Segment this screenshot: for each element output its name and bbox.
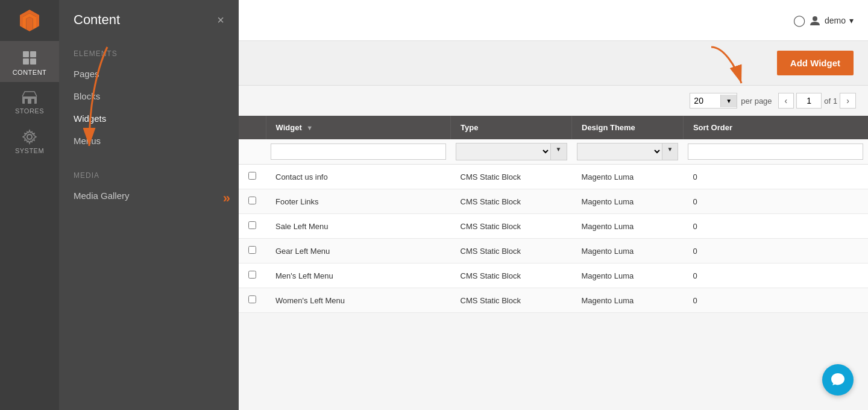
- row-checkbox[interactable]: [248, 271, 256, 279]
- row-checkbox[interactable]: [248, 295, 256, 303]
- th-sort-order[interactable]: Sort Order: [683, 116, 868, 139]
- flyout-panel: Content × Elements Pages Blocks Widgets …: [59, 0, 239, 410]
- table-row[interactable]: Women's Left Menu CMS Static Block Magen…: [239, 288, 868, 313]
- cell-checkbox: [239, 288, 266, 313]
- filter-cell-theme: ▼: [572, 139, 684, 165]
- svg-rect-4: [30, 51, 36, 57]
- per-page-label: per page: [741, 96, 772, 106]
- cell-widget: Footer Links: [266, 189, 451, 214]
- cell-checkbox: [239, 165, 266, 189]
- table-row[interactable]: Gear Left Menu CMS Static Block Magento …: [239, 239, 868, 263]
- cell-widget: Gear Left Menu: [266, 239, 451, 263]
- filter-theme-select[interactable]: [577, 144, 662, 160]
- cell-checkbox: [239, 214, 266, 239]
- sidebar-item-system[interactable]: SYSTEM: [0, 121, 59, 160]
- svg-rect-8: [25, 99, 28, 104]
- chat-bubble-button[interactable]: [822, 364, 854, 396]
- cell-sort-order: 0: [683, 239, 868, 263]
- table-row[interactable]: Footer Links CMS Static Block Magento Lu…: [239, 189, 868, 214]
- cell-type: CMS Static Block: [451, 288, 572, 313]
- sidebar-item-content[interactable]: CONTENT: [0, 41, 59, 82]
- filter-cell-sort-order: [683, 139, 868, 165]
- cell-type: CMS Static Block: [451, 239, 572, 263]
- flyout-item-blocks[interactable]: Blocks: [59, 85, 239, 107]
- th-widget[interactable]: Widget ▼: [266, 116, 451, 139]
- cell-widget: Sale Left Menu: [266, 214, 451, 239]
- svg-rect-5: [23, 58, 29, 65]
- sort-icon: ▼: [306, 124, 313, 131]
- th-design-theme[interactable]: Design Theme: [572, 116, 684, 139]
- grid-controls: 20 50 100 ▼ per page ‹ of 1 ›: [239, 86, 868, 116]
- flyout-item-pages[interactable]: Pages: [59, 63, 239, 85]
- cell-checkbox: [239, 263, 266, 288]
- flyout-item-widgets[interactable]: Widgets: [59, 107, 239, 130]
- sidebar-item-content-label: CONTENT: [13, 69, 47, 76]
- cell-sort-order: 0: [683, 288, 868, 313]
- filter-type-select-wrapper[interactable]: ▼: [456, 143, 567, 160]
- user-menu[interactable]: ◯ demo ▾: [793, 14, 854, 27]
- filter-sort-order-input[interactable]: [688, 144, 863, 160]
- magento-logo-icon: [16, 7, 43, 34]
- flyout-close-button[interactable]: ×: [217, 14, 224, 26]
- cell-design-theme: Magento Luma: [572, 263, 684, 288]
- th-type-label: Type: [461, 123, 478, 132]
- prev-page-button[interactable]: ‹: [778, 93, 794, 109]
- filter-cell-widget: [266, 139, 451, 165]
- flyout-item-menus[interactable]: Menus: [59, 130, 239, 152]
- svg-rect-9: [31, 99, 34, 104]
- per-page-dropdown[interactable]: 20 50 100: [690, 93, 720, 108]
- cell-sort-order: 0: [683, 189, 868, 214]
- page-number-input[interactable]: [796, 93, 822, 109]
- th-design-theme-label: Design Theme: [582, 123, 635, 132]
- logo-area: [0, 0, 59, 41]
- next-page-button[interactable]: ›: [840, 93, 856, 109]
- cell-sort-order: 0: [683, 263, 868, 288]
- row-checkbox[interactable]: [248, 172, 256, 180]
- sidebar-item-stores[interactable]: STORES: [0, 82, 59, 121]
- per-page-select-wrapper[interactable]: 20 50 100 ▼: [690, 93, 737, 109]
- cell-widget: Women's Left Menu: [266, 288, 451, 313]
- svg-marker-2: [27, 17, 33, 31]
- add-widget-button[interactable]: Add Widget: [777, 51, 854, 75]
- top-bar: ◯ demo ▾: [239, 0, 868, 41]
- cell-widget: Contact us info: [266, 165, 451, 189]
- cell-checkbox: [239, 239, 266, 263]
- filter-theme-select-arrow: ▼: [662, 144, 678, 160]
- table-row[interactable]: Sale Left Menu CMS Static Block Magento …: [239, 214, 868, 239]
- th-sort-order-label: Sort Order: [693, 123, 732, 132]
- svg-point-10: [27, 134, 32, 139]
- flyout-section-media-label: Media: [59, 162, 239, 184]
- filter-cell-type: ▼: [451, 139, 572, 165]
- table-body: Contact us info CMS Static Block Magento…: [239, 165, 868, 313]
- cell-widget: Men's Left Menu: [266, 263, 451, 288]
- cell-type: CMS Static Block: [451, 214, 572, 239]
- th-widget-label: Widget: [276, 123, 302, 132]
- cell-design-theme: Magento Luma: [572, 165, 684, 189]
- table-header-row: Widget ▼ Type Design Theme Sort Order: [239, 116, 868, 139]
- row-checkbox[interactable]: [248, 246, 256, 254]
- filter-widget-input[interactable]: [271, 144, 446, 160]
- table-row[interactable]: Contact us info CMS Static Block Magento…: [239, 165, 868, 189]
- cell-type: CMS Static Block: [451, 263, 572, 288]
- user-avatar-icon: [809, 14, 821, 27]
- cell-checkbox: [239, 189, 266, 214]
- row-checkbox[interactable]: [248, 221, 256, 229]
- chat-icon: [830, 372, 846, 388]
- cell-sort-order: 0: [683, 214, 868, 239]
- row-checkbox[interactable]: [248, 197, 256, 204]
- flyout-item-media-gallery[interactable]: Media Gallery: [59, 184, 239, 207]
- cell-design-theme: Magento Luma: [572, 189, 684, 214]
- total-pages: 1: [833, 96, 837, 106]
- svg-point-12: [813, 16, 817, 21]
- grid-icon: [21, 49, 38, 66]
- page-of-label: of: [824, 96, 831, 106]
- filter-type-select-arrow: ▼: [550, 144, 567, 160]
- widgets-table: Widget ▼ Type Design Theme Sort Order: [239, 116, 868, 313]
- page-header: Add Widget: [239, 41, 868, 86]
- th-type[interactable]: Type: [451, 116, 572, 139]
- filter-type-select[interactable]: [456, 144, 550, 160]
- table-row[interactable]: Men's Left Menu CMS Static Block Magento…: [239, 263, 868, 288]
- table-filter-row: ▼ ▼: [239, 139, 868, 165]
- icon-sidebar: CONTENT STORES SYSTEM: [0, 0, 59, 410]
- filter-theme-select-wrapper[interactable]: ▼: [577, 143, 679, 160]
